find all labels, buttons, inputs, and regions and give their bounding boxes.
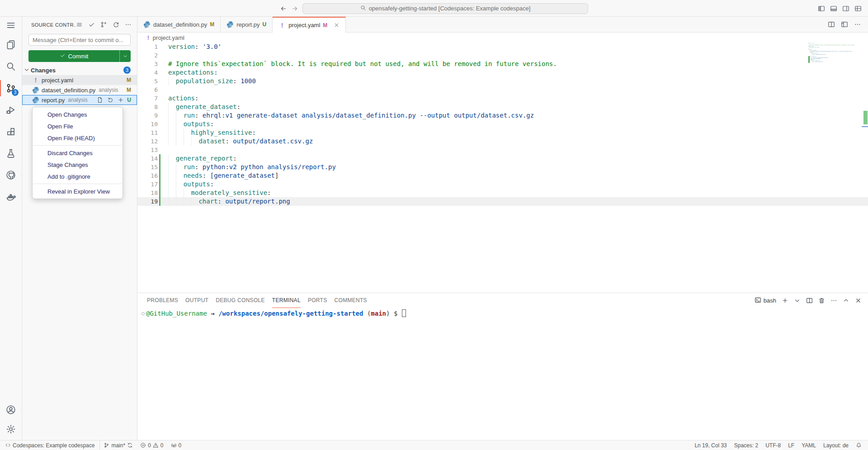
- chevron-down-icon[interactable]: [794, 297, 801, 304]
- git-gutter: [159, 154, 162, 163]
- back-arrow-icon[interactable]: [280, 5, 287, 12]
- language-mode[interactable]: YAML: [798, 441, 820, 450]
- encoding[interactable]: UTF-8: [762, 441, 784, 450]
- more-actions-icon[interactable]: [830, 297, 837, 304]
- menu-separator: [33, 184, 122, 184]
- commit-check-icon[interactable]: [88, 21, 95, 28]
- maximize-panel-icon[interactable]: [843, 297, 849, 304]
- git-gutter: [159, 180, 162, 189]
- cursor-position[interactable]: Ln 19, Col 33: [691, 441, 730, 450]
- layout-sidebar-right-icon[interactable]: [842, 5, 849, 12]
- stage-icon[interactable]: [118, 97, 124, 103]
- menu-item-open-file[interactable]: Open File: [33, 120, 123, 132]
- panel-tab-output[interactable]: OUTPUT: [185, 293, 208, 308]
- code-token: generate_dataset: [214, 172, 275, 179]
- terminal-text: main: [371, 310, 386, 317]
- refresh-icon[interactable]: [113, 21, 119, 28]
- branch-create-icon[interactable]: [100, 21, 107, 28]
- git-gutter: [159, 146, 162, 154]
- code-token: [198, 163, 202, 171]
- code-token: population_size: [176, 77, 233, 85]
- more-actions-icon[interactable]: [125, 21, 132, 28]
- code-line-9: 9run: ehrql:v1 generate-dataset analysis…: [137, 111, 868, 120]
- tab-project.yaml[interactable]: !project.yamlM: [273, 17, 346, 33]
- accounts-icon[interactable]: [0, 401, 22, 418]
- terminal[interactable]: @GitHub_Username → /workspaces/opensafel…: [137, 308, 868, 440]
- view-and-sort-icon[interactable]: [76, 21, 83, 28]
- menu-item-reveal-in-explorer-view[interactable]: Reveal in Explorer View: [33, 185, 123, 197]
- layout-sidebar-left-icon[interactable]: [818, 5, 825, 12]
- tab-report.py[interactable]: report.pyU: [221, 17, 273, 32]
- status-text: UTF-8: [765, 442, 781, 449]
- command-center-search[interactable]: opensafely-getting-started [Codespaces: …: [302, 3, 588, 14]
- menu-item-open-changes[interactable]: Open Changes: [33, 109, 123, 120]
- close-icon[interactable]: [334, 22, 340, 28]
- settings-icon[interactable]: [0, 418, 22, 440]
- layout-customize-icon[interactable]: [854, 5, 862, 12]
- indentation[interactable]: Spaces: 2: [731, 441, 762, 450]
- branch-status[interactable]: main*: [100, 441, 137, 450]
- overview-ruler[interactable]: [862, 43, 868, 293]
- commit-dropdown-button[interactable]: [119, 50, 131, 62]
- indent-guide: [168, 103, 176, 111]
- run-debug-icon[interactable]: [0, 99, 22, 121]
- source-control-icon[interactable]: 3: [0, 77, 22, 99]
- testing-icon[interactable]: [0, 142, 22, 164]
- kill-terminal-icon[interactable]: [818, 297, 825, 304]
- ports-status[interactable]: 0: [167, 441, 185, 450]
- panel-tab-comments[interactable]: COMMENTS: [335, 293, 367, 308]
- menu-item-discard-changes[interactable]: Discard Changes: [33, 147, 123, 159]
- extensions-icon[interactable]: [0, 121, 22, 142]
- menu-item-stage-changes[interactable]: Stage Changes: [33, 159, 123, 171]
- code-token: moderately_sensitive: [191, 189, 268, 196]
- panel-tab-ports[interactable]: PORTS: [308, 293, 327, 308]
- remote-indicator[interactable]: Codespaces: Example codespace: [0, 441, 100, 450]
- search-icon[interactable]: [0, 56, 22, 77]
- code-line-4: 4expectations:: [137, 68, 868, 77]
- changes-section-header[interactable]: Changes 3: [22, 65, 137, 75]
- code-text: run: python:v2 python analysis/report.py: [168, 163, 336, 171]
- menu-item-open-file-head-[interactable]: Open File (HEAD): [33, 132, 123, 144]
- panel-tab-terminal[interactable]: TERMINAL: [272, 293, 301, 308]
- discard-icon[interactable]: [107, 97, 113, 103]
- code-token: [: [210, 172, 214, 179]
- menu-icon[interactable]: [0, 17, 22, 34]
- panel-tab-debug-console[interactable]: DEBUG CONSOLE: [216, 293, 265, 308]
- terminal-shell-label[interactable]: bash: [755, 297, 776, 305]
- panel-tab-problems[interactable]: PROBLEMS: [147, 293, 178, 308]
- layout-panel-icon[interactable]: [830, 5, 837, 12]
- problems-status[interactable]: 00: [137, 441, 167, 450]
- layout[interactable]: Layout: de: [820, 441, 852, 450]
- change-row-dataset_definition.py[interactable]: dataset_definition.pyanalysisM: [22, 85, 137, 95]
- new-terminal-icon[interactable]: [782, 297, 788, 304]
- split-terminal-icon[interactable]: [806, 297, 813, 304]
- close-panel-icon[interactable]: [855, 297, 862, 304]
- remote-icon: [5, 442, 11, 448]
- change-row-report.py[interactable]: report.pyanalysisU: [22, 95, 137, 105]
- eol[interactable]: LF: [784, 441, 798, 450]
- code-editor[interactable]: 1version: '3.0'23# Ignore this`expectati…: [137, 43, 868, 293]
- tab-dataset_definition.py[interactable]: dataset_definition.pyM: [137, 17, 221, 32]
- menu-item-add-to-gitignore[interactable]: Add to .gitignore: [33, 171, 123, 182]
- commit-button-main[interactable]: Commit: [28, 50, 119, 62]
- forward-arrow-icon[interactable]: [291, 5, 298, 12]
- commit-message-input[interactable]: Message (Ctrl+Enter to commit o...: [28, 34, 131, 46]
- line-number: 1: [137, 43, 158, 51]
- change-row-project.yaml[interactable]: !project.yamlM: [22, 75, 137, 85]
- github-icon[interactable]: [0, 164, 22, 186]
- indent-guide: [168, 120, 176, 128]
- toggle-layout-icon[interactable]: [841, 21, 848, 28]
- code-line-7: 7actions:: [137, 94, 868, 103]
- breadcrumb[interactable]: ! project.yaml: [137, 33, 868, 43]
- split-editor-icon[interactable]: [828, 21, 835, 28]
- changes-list: !project.yamlMdataset_definition.pyanaly…: [22, 75, 137, 105]
- more-actions-icon[interactable]: [854, 21, 861, 28]
- code-line-10: 10outputs:: [137, 120, 868, 128]
- open-file-icon[interactable]: [97, 97, 103, 103]
- notifications[interactable]: [852, 441, 865, 450]
- explorer-icon[interactable]: [0, 34, 22, 56]
- status-text: LF: [788, 442, 794, 449]
- docker-icon[interactable]: [0, 186, 22, 208]
- commit-button[interactable]: Commit: [28, 50, 131, 62]
- minimap[interactable]: 1version: '3.0'23# Ignore this`expectati…: [807, 43, 862, 293]
